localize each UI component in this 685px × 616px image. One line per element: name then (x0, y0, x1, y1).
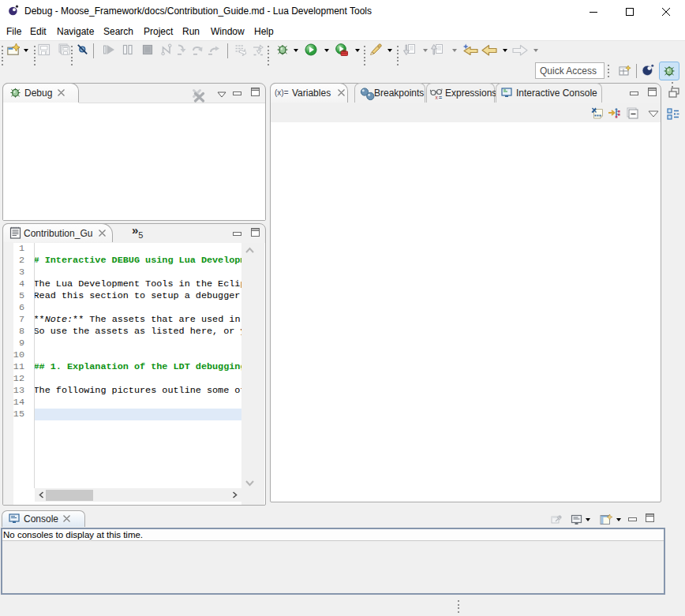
svg-text:=: = (439, 95, 442, 100)
svg-text:x: x (436, 95, 439, 100)
